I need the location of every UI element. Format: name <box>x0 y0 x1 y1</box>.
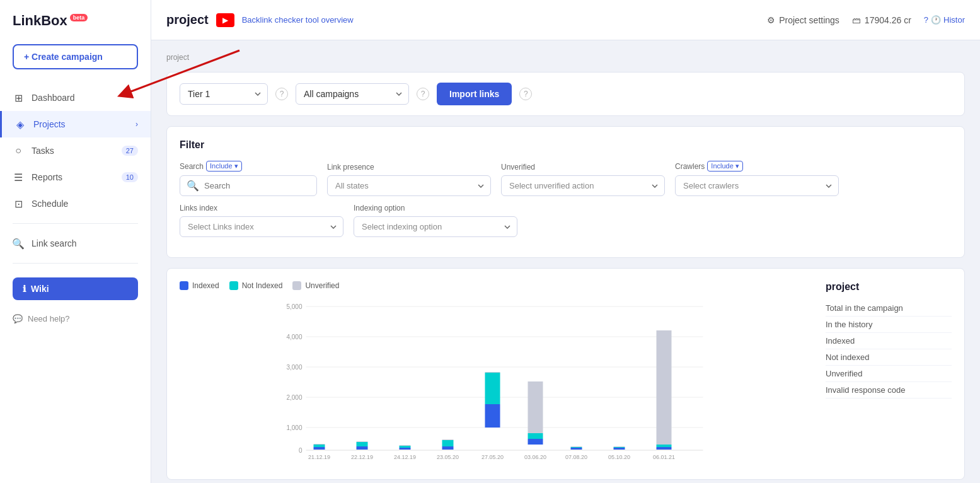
logo-beta: beta <box>70 14 88 21</box>
stats-row-history: In the history <box>826 317 952 333</box>
svg-text:22.12.19: 22.12.19 <box>351 454 373 460</box>
svg-rect-22 <box>400 445 411 446</box>
indexed-label: Indexed <box>192 281 219 290</box>
stat-label: Invalid response code <box>826 385 905 395</box>
links-index-select[interactable]: Select Links index <box>180 216 343 237</box>
svg-rect-20 <box>400 448 411 450</box>
play-icon: ▶ <box>222 16 228 25</box>
sidebar-item-dashboard[interactable]: ⊞ Dashboard <box>0 84 151 111</box>
filter-row-2: Links index Select Links index Indexing … <box>180 204 952 237</box>
sidebar-item-label: Projects <box>33 119 66 129</box>
svg-text:07.08.20: 07.08.20 <box>565 454 587 460</box>
sidebar-item-label: Tasks <box>32 146 54 156</box>
svg-rect-30 <box>485 372 500 373</box>
filter-row-1: Search Include ▾ 🔍 Link presence All sta… <box>180 161 952 196</box>
svg-rect-17 <box>357 442 368 446</box>
info-icon: ℹ <box>23 284 26 294</box>
sidebar-item-tasks[interactable]: ○ Tasks 27 <box>0 137 151 164</box>
svg-rect-24 <box>442 446 454 450</box>
search-wrapper: 🔍 <box>180 175 317 196</box>
stat-label: Not indexed <box>826 352 869 362</box>
chart-section: Indexed Not Indexed Unverified 5,000 <box>166 268 965 480</box>
content-area: project Tier 1 Tier 2 Tier 3 ? All campa… <box>151 40 980 483</box>
link-search-label: Link search <box>32 238 77 248</box>
create-campaign-button[interactable]: + Create campaign <box>13 44 138 69</box>
history-link[interactable]: ? 🕐 Histor <box>924 15 965 25</box>
include-tag[interactable]: Include ▾ <box>206 161 242 172</box>
campaign-help-icon[interactable]: ? <box>417 88 429 100</box>
filter-title: Filter <box>180 139 952 151</box>
sidebar-item-label: Dashboard <box>32 93 75 103</box>
svg-text:05.10.20: 05.10.20 <box>608 454 630 460</box>
svg-text:23.05.20: 23.05.20 <box>437 454 459 460</box>
svg-rect-16 <box>357 446 368 450</box>
chevron-right-icon: › <box>135 120 138 129</box>
campaign-select[interactable]: All campaigns <box>296 83 409 105</box>
legend-unverified: Unverified <box>292 281 339 290</box>
link-presence-label: Link presence <box>327 163 491 172</box>
question-mark-icon: ? <box>924 15 928 25</box>
logo: LinkBox beta <box>13 13 138 29</box>
chart-area: Indexed Not Indexed Unverified 5,000 <box>180 281 800 467</box>
unverified-label: Unverified <box>305 281 339 290</box>
indexing-option-select[interactable]: Select indexing option <box>354 216 517 237</box>
sidebar-item-projects[interactable]: ◈ Projects › <box>0 111 151 137</box>
sidebar-item-schedule[interactable]: ⊡ Schedule <box>0 190 151 217</box>
svg-rect-46 <box>657 330 672 445</box>
topbar: project ▶ Backlink checker tool overview… <box>151 0 980 40</box>
import-links-button[interactable]: Import links <box>437 83 512 105</box>
reports-badge: 10 <box>122 172 138 182</box>
stats-row-total: Total in the campaign <box>826 300 952 317</box>
svg-text:5,000: 5,000 <box>286 303 302 310</box>
crawlers-select[interactable]: Select crawlers <box>675 175 839 196</box>
svg-text:2,000: 2,000 <box>286 394 302 401</box>
credits-display: 🗃 17904.26 cr <box>852 15 911 25</box>
backlink-overview-link[interactable]: Backlink checker tool overview <box>242 15 354 25</box>
not-indexed-dot <box>229 281 238 290</box>
svg-rect-12 <box>314 447 325 450</box>
svg-text:1,000: 1,000 <box>286 424 302 431</box>
need-help-link[interactable]: 💬 Need help? <box>0 308 151 330</box>
svg-rect-13 <box>314 445 325 447</box>
sidebar-nav: ⊞ Dashboard ◈ Projects › ○ Tasks 27 ☰ Re… <box>0 84 151 217</box>
link-presence-select[interactable]: All states <box>327 175 491 196</box>
tasks-badge: 27 <box>122 146 138 156</box>
search-icon: 🔍 <box>187 180 199 192</box>
wiki-button[interactable]: ℹ Wiki <box>13 277 138 300</box>
tier-select[interactable]: Tier 1 Tier 2 Tier 3 <box>180 83 268 105</box>
unverified-select[interactable]: Select unverified action <box>501 175 665 196</box>
credits-value: 17904.26 cr <box>865 15 911 25</box>
svg-rect-26 <box>442 439 454 440</box>
sidebar-item-label: Reports <box>32 172 62 182</box>
topbar-right: ⚙ Project settings 🗃 17904.26 cr ? 🕐 His… <box>767 15 965 25</box>
stat-label: Unverified <box>826 369 863 378</box>
sidebar-item-reports[interactable]: ☰ Reports 10 <box>0 164 151 190</box>
svg-rect-44 <box>657 447 672 450</box>
indexing-option-label: Indexing option <box>354 204 517 212</box>
svg-text:0: 0 <box>299 447 303 454</box>
project-settings-link[interactable]: ⚙ Project settings <box>767 15 839 25</box>
chart-legend: Indexed Not Indexed Unverified <box>180 281 800 290</box>
create-campaign-label: + Create campaign <box>24 52 103 62</box>
svg-text:3,000: 3,000 <box>286 364 302 371</box>
stats-row-indexed: Indexed <box>826 333 952 349</box>
svg-rect-25 <box>442 440 454 446</box>
svg-rect-14 <box>314 444 325 445</box>
search-input[interactable] <box>204 181 310 190</box>
sidebar-item-link-search[interactable]: 🔍 Link search <box>0 230 151 257</box>
import-help-icon[interactable]: ? <box>519 88 532 100</box>
crawlers-include-tag[interactable]: Include ▾ <box>707 161 743 172</box>
svg-rect-40 <box>614 448 625 450</box>
svg-text:27.05.20: 27.05.20 <box>481 454 504 460</box>
svg-text:06.01.21: 06.01.21 <box>653 454 675 460</box>
youtube-button[interactable]: ▶ <box>216 13 234 27</box>
sidebar: LinkBox beta + Create campaign ⊞ Dashboa… <box>0 0 151 483</box>
svg-rect-28 <box>485 404 500 428</box>
clock-icon: 🕐 <box>931 15 941 25</box>
logo-area: LinkBox beta <box>0 13 151 44</box>
tier-help-icon[interactable]: ? <box>275 88 288 100</box>
svg-rect-29 <box>485 373 500 404</box>
help-icon: 💬 <box>13 314 23 323</box>
crawlers-label-row: Crawlers Include ▾ <box>675 161 839 172</box>
svg-rect-41 <box>614 447 625 448</box>
